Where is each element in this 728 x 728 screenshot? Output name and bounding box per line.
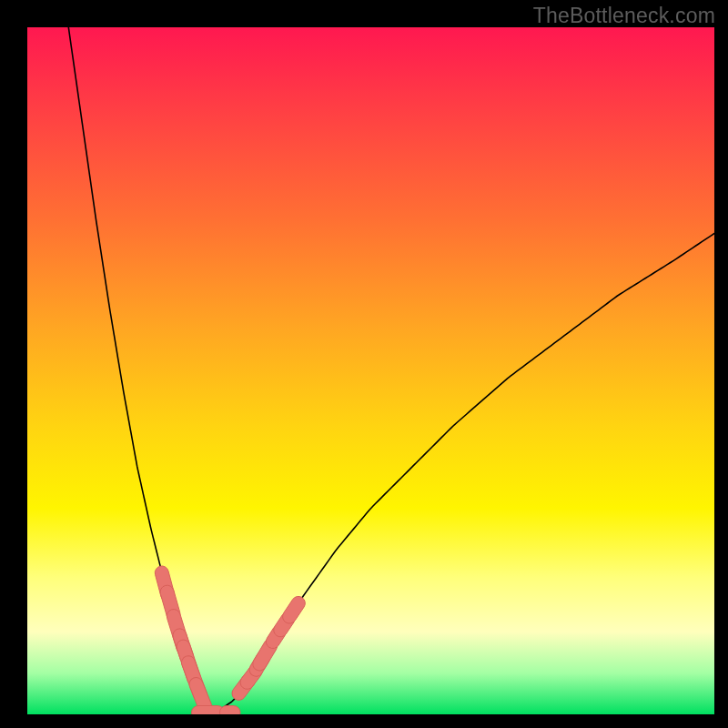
data-marker <box>219 706 240 715</box>
chart-frame: TheBottleneck.com <box>0 0 728 728</box>
curve-right-branch <box>213 234 714 715</box>
watermark-text: TheBottleneck.com <box>533 4 715 28</box>
plot-area <box>27 27 714 714</box>
curve-left-branch <box>68 27 213 714</box>
datapoints-group <box>154 564 308 714</box>
curve-svg <box>27 27 714 714</box>
data-marker <box>280 593 308 626</box>
